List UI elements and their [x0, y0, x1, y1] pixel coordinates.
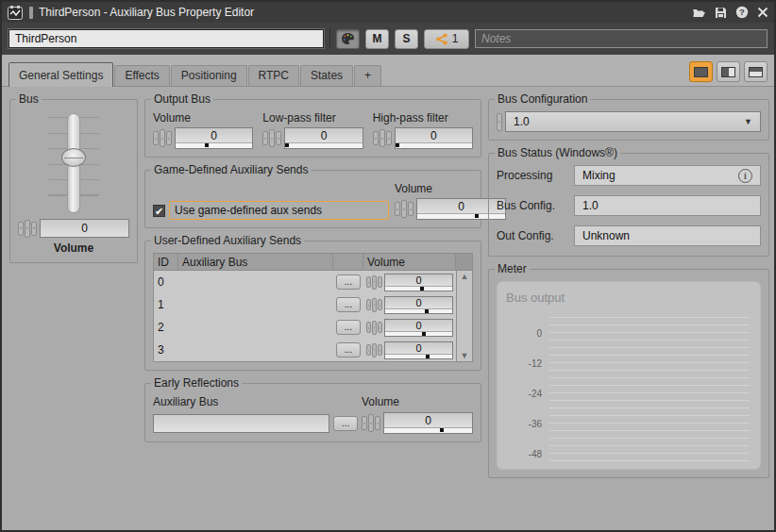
browse-button[interactable]: ...: [336, 342, 361, 357]
meter-tick-label: -24: [504, 389, 542, 399]
rtpc-indicator-icons[interactable]: [262, 129, 281, 147]
early-reflections-title: Early Reflections: [151, 376, 242, 390]
er-volume-field[interactable]: 0: [383, 412, 473, 434]
notes-input[interactable]: [475, 29, 768, 48]
rtpc-indicator-icons[interactable]: [366, 343, 382, 357]
bus-config-dropdown[interactable]: 1.0 ▼: [505, 111, 761, 132]
chevron-down-icon: ▼: [744, 117, 752, 126]
open-icon[interactable]: [692, 7, 706, 18]
table-row[interactable]: 3...0: [154, 339, 456, 361]
slider-marker: [205, 143, 209, 147]
view-single-pane-button[interactable]: [689, 61, 713, 82]
tab-rtpc[interactable]: RTPC: [248, 65, 299, 86]
table-scrollbar[interactable]: ▲ ▼: [456, 271, 472, 361]
mini-slider[interactable]: [396, 143, 472, 148]
shareset-button[interactable]: 1: [424, 29, 469, 49]
mini-slider[interactable]: [385, 309, 452, 313]
highpass-value: 0: [396, 128, 472, 143]
tab-effects[interactable]: Effects: [114, 65, 169, 86]
tab-add[interactable]: +: [354, 65, 381, 86]
send-volume-field[interactable]: 0: [384, 296, 453, 314]
mini-slider[interactable]: [385, 287, 452, 291]
slider-handle[interactable]: [61, 148, 86, 167]
bus-group: Bus 0 Volume: [9, 99, 138, 263]
tab-positioning[interactable]: Positioning: [171, 65, 247, 86]
title-separator: [29, 7, 33, 19]
color-button[interactable]: [336, 29, 360, 49]
slider-marker: [425, 309, 429, 313]
col-volume: Volume: [363, 254, 456, 270]
share-count: 1: [452, 32, 459, 45]
er-browse-button[interactable]: ...: [333, 416, 358, 431]
mini-slider[interactable]: [385, 355, 452, 358]
mini-slider[interactable]: [285, 143, 362, 148]
rtpc-indicator-icons[interactable]: [366, 275, 382, 290]
view-buttons: [689, 61, 768, 82]
send-id: 1: [154, 298, 178, 311]
er-aux-bus-field[interactable]: [153, 414, 329, 433]
rtpc-indicator-icons[interactable]: [362, 414, 380, 432]
mini-slider[interactable]: [176, 143, 252, 148]
palette-icon: [341, 32, 355, 45]
tab-states[interactable]: States: [300, 65, 353, 86]
help-icon[interactable]: ?: [735, 6, 749, 19]
browse-button[interactable]: ...: [336, 320, 361, 335]
bus-volume-slider[interactable]: [41, 113, 107, 213]
highpass-field[interactable]: 0: [395, 127, 473, 149]
scroll-up-icon[interactable]: ▲: [461, 272, 469, 281]
rtpc-indicator-icons[interactable]: [366, 321, 382, 335]
send-id: 3: [154, 343, 178, 357]
use-game-defined-label[interactable]: Use game-defined aux sends: [169, 201, 389, 220]
output-volume-field[interactable]: 0: [175, 127, 253, 149]
scroll-down-icon[interactable]: ▼: [461, 351, 469, 360]
mini-slider[interactable]: [384, 428, 472, 433]
lowpass-field[interactable]: 0: [284, 127, 363, 149]
send-volume-field[interactable]: 0: [384, 274, 453, 291]
bus-volume-field[interactable]: 0: [40, 219, 129, 238]
send-volume-value: 0: [385, 297, 452, 309]
svg-text:?: ?: [739, 7, 745, 17]
meter-tick-label: -36: [504, 419, 542, 429]
send-id: 2: [154, 321, 178, 334]
table-row[interactable]: 2...0: [154, 316, 456, 339]
table-row[interactable]: 1...0: [154, 293, 456, 316]
col-auxiliary-bus: Auxiliary Bus: [178, 254, 333, 270]
use-game-defined-checkbox[interactable]: ✔: [153, 205, 165, 217]
info-icon[interactable]: i: [738, 169, 752, 183]
out-config-label: Out Config.: [497, 229, 574, 242]
meter-tick-label: 0: [504, 328, 542, 339]
aux-sends-table: ID Auxiliary Bus Volume 0...01...02...03…: [153, 253, 473, 362]
bus-config-value: 1.0: [514, 115, 530, 128]
rtpc-indicator-icons[interactable]: [153, 129, 172, 147]
toolbar-separator: [329, 28, 330, 49]
send-volume-field[interactable]: 0: [384, 319, 453, 337]
rtpc-indicator-icons[interactable]: [366, 298, 382, 312]
mute-button[interactable]: M: [365, 29, 389, 49]
solo-button[interactable]: S: [395, 29, 418, 49]
tabs: General SettingsEffectsPositioningRTPCSt…: [8, 62, 689, 86]
mini-slider[interactable]: [385, 332, 452, 336]
link-indicator-icon[interactable]: [497, 113, 502, 131]
share-icon: [435, 33, 448, 45]
lowpass-value: 0: [285, 128, 362, 143]
rtpc-indicator-icons[interactable]: [373, 129, 392, 147]
send-volume-field[interactable]: 0: [384, 341, 453, 359]
slider-marker: [475, 214, 479, 218]
lowpass-label: Low-pass filter: [262, 111, 363, 125]
view-split-horizontal-button[interactable]: [744, 61, 768, 82]
view-split-vertical-button[interactable]: [717, 61, 740, 82]
table-header: ID Auxiliary Bus Volume: [154, 254, 472, 271]
save-icon[interactable]: [715, 7, 727, 19]
general-settings-panel: Bus 0 Volume Output Bus: [2, 87, 774, 530]
tab-general-settings[interactable]: General Settings: [8, 62, 113, 87]
rtpc-indicator-icons[interactable]: [18, 220, 37, 238]
close-icon[interactable]: [757, 7, 768, 18]
browse-button[interactable]: ...: [336, 297, 361, 312]
object-name-input[interactable]: [8, 29, 324, 48]
split-horizontal-icon: [749, 67, 763, 77]
browse-button[interactable]: ...: [336, 274, 361, 290]
rtpc-indicator-icons[interactable]: [395, 200, 413, 218]
bus-config-label: Bus Config.: [497, 199, 574, 212]
table-row[interactable]: 0...0: [154, 271, 456, 293]
split-vertical-icon: [721, 67, 735, 77]
